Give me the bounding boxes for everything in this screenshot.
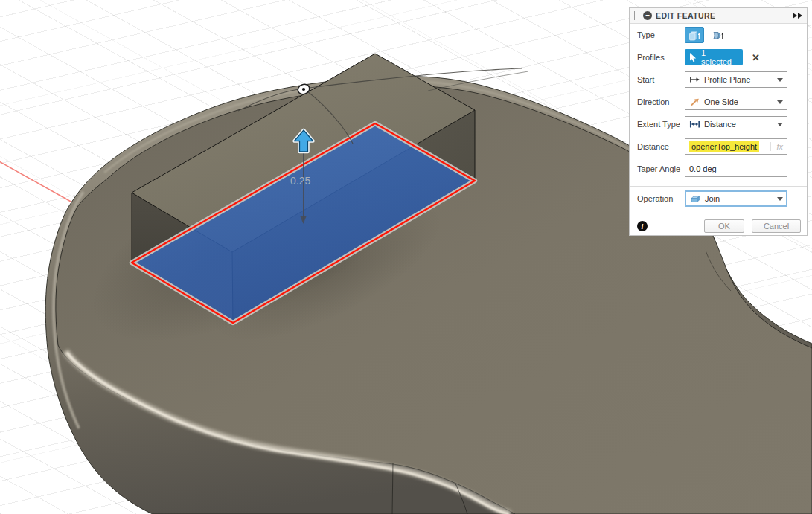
profile-plane-icon (689, 75, 700, 84)
operation-row: Operation Join (637, 190, 801, 207)
taper-angle-row: Taper Angle 0.0 deg (637, 161, 801, 177)
edit-feature-dialog: – EDIT FEATURE Type (629, 7, 808, 236)
start-dropdown[interactable]: Profile Plane (685, 71, 787, 88)
profiles-select-button[interactable]: 1 selected (685, 49, 743, 65)
start-value: Profile Plane (704, 75, 750, 84)
fusion-viewport-window: 0.25 – EDIT FEATURE Type (0, 0, 812, 514)
operation-label: Operation (637, 194, 685, 203)
cursor-icon (689, 53, 697, 62)
profiles-label: Profiles (637, 53, 685, 62)
profiles-count: 1 selected (701, 48, 738, 66)
dropdown-caret-icon (777, 197, 783, 201)
taper-angle-value: 0.0 deg (689, 164, 717, 173)
close-icon[interactable]: ✕ (752, 52, 760, 63)
direction-label: Direction (637, 97, 685, 106)
minus-circle-icon[interactable]: – (643, 11, 652, 20)
extent-type-row: Extent Type Distance (637, 116, 801, 132)
dropdown-caret-icon (777, 100, 783, 104)
extrude-solid-icon[interactable] (685, 27, 704, 43)
operation-dropdown[interactable]: Join (685, 190, 787, 207)
start-label: Start (637, 75, 685, 84)
taper-angle-input[interactable]: 0.0 deg (685, 161, 787, 177)
dropdown-caret-icon (777, 123, 783, 126)
distance-icon (689, 120, 700, 129)
extrude-solid-glyph (688, 29, 701, 42)
extrude-thin-icon[interactable] (709, 27, 728, 43)
type-row: Type (637, 27, 801, 43)
distance-label: Distance (637, 142, 685, 151)
separator (630, 186, 807, 187)
double-chevron-right-icon[interactable] (793, 13, 802, 19)
dialog-title: EDIT FEATURE (656, 11, 715, 20)
fx-indicator: fx (770, 142, 783, 151)
dimension-value[interactable]: 0.25 (290, 175, 310, 187)
direction-row: Direction One Side (637, 94, 801, 110)
info-icon[interactable]: i (637, 221, 648, 231)
cancel-button[interactable]: Cancel (752, 219, 801, 233)
extrude-thin-glyph (712, 29, 725, 42)
dialog-footer: i OK Cancel (637, 219, 801, 234)
type-label: Type (637, 30, 685, 39)
distance-value: openerTop_height (689, 141, 759, 152)
direction-value: One Side (704, 97, 738, 106)
ok-button[interactable]: OK (704, 219, 744, 233)
distance-input[interactable]: openerTop_height fx (685, 138, 787, 155)
profiles-row: Profiles 1 selected ✕ (637, 49, 801, 65)
taper-angle-label: Taper Angle (637, 164, 685, 173)
extent-type-value: Distance (704, 120, 736, 129)
dialog-titlebar[interactable]: – EDIT FEATURE (630, 8, 807, 24)
dropdown-caret-icon (777, 78, 783, 82)
drag-grip-icon[interactable] (634, 11, 639, 20)
operation-value: Join (705, 194, 720, 203)
x-axis-line (0, 161, 72, 202)
extent-type-label: Extent Type (637, 120, 685, 129)
one-side-arrow-icon (689, 97, 700, 106)
extent-type-dropdown[interactable]: Distance (685, 116, 787, 132)
separator (630, 216, 807, 216)
join-icon (689, 194, 701, 204)
start-row: Start Profile Plane (637, 71, 801, 88)
direction-dropdown[interactable]: One Side (685, 94, 787, 110)
distance-row: Distance openerTop_height fx (637, 138, 801, 155)
